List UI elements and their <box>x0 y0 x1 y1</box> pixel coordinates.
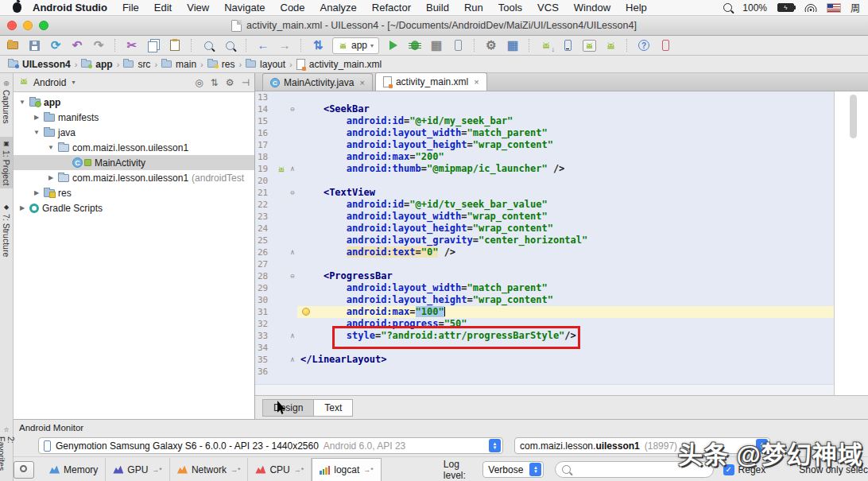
close-window-button[interactable] <box>7 21 17 30</box>
run-configuration-select[interactable]: app▾ <box>332 37 379 54</box>
close-tab-icon[interactable]: × <box>359 78 364 87</box>
scrollbar-thumb[interactable] <box>850 95 857 138</box>
code-line-15[interactable]: 15 android:id="@+id/my_seek_bar" <box>255 115 835 127</box>
sdk-manager-icon[interactable] <box>539 37 553 53</box>
monitor-tab-memory[interactable]: Memory <box>42 458 106 481</box>
undo-icon[interactable]: ↶ <box>70 37 84 53</box>
breadcrumb-item-main[interactable]: main <box>159 59 199 70</box>
tree-expand-icon[interactable]: ▶ <box>47 174 55 181</box>
tree-item-java[interactable]: ▼java <box>14 125 254 140</box>
code-line-13[interactable]: 13 <box>255 91 835 103</box>
editor-horizontal-scrollbar[interactable] <box>255 384 835 395</box>
device-selector-chevrons-icon[interactable]: ▲▼ <box>489 439 501 452</box>
code-line-30[interactable]: 30 android:layout_height="wrap_content" <box>255 294 835 306</box>
tool-button--project[interactable]: ▣1: Project <box>0 137 13 188</box>
monitor-tab-gpu[interactable]: GPU→* <box>106 458 170 481</box>
menu-item-help[interactable]: Help <box>626 2 647 14</box>
paste-icon[interactable] <box>168 37 182 53</box>
back-icon[interactable]: ← <box>256 37 270 53</box>
menu-item-vcs[interactable]: VCS <box>537 2 559 14</box>
code-line-21[interactable]: 21⊖ <TextView <box>255 187 835 199</box>
minimize-window-button[interactable] <box>23 21 33 30</box>
capture-icon[interactable] <box>658 37 672 53</box>
open-in-window-icon[interactable]: →* <box>231 466 241 474</box>
tree-item-res[interactable]: ▶res <box>14 185 254 200</box>
tree-expand-icon[interactable]: ▶ <box>33 114 41 121</box>
zoom-icon[interactable] <box>201 37 215 53</box>
editor-mode-tab-design[interactable]: Design <box>262 399 314 417</box>
process-selector-chevrons-icon[interactable]: ▲▼ <box>756 439 768 452</box>
code-line-28[interactable]: 28⊖ <ProgressBar <box>255 270 835 282</box>
menu-item-edit[interactable]: Edit <box>154 2 172 14</box>
hide-panel-icon[interactable]: ⊣ <box>242 77 250 88</box>
breadcrumb-item-uilesson4[interactable]: UILesson4 <box>6 59 73 70</box>
tool-button-captures[interactable]: ◎Captures <box>0 76 13 127</box>
fold-end-icon[interactable]: ∧ <box>288 163 297 175</box>
editor-mode-tab-text[interactable]: Text <box>314 399 353 417</box>
save-all-icon[interactable] <box>27 37 41 53</box>
close-tab-icon[interactable]: × <box>474 77 479 87</box>
intention-bulb-icon[interactable] <box>302 308 310 316</box>
open-in-window-icon[interactable]: →* <box>294 466 304 474</box>
monitor-tab-logcat[interactable]: logcat→* <box>312 458 382 481</box>
code-line-22[interactable]: 22 android:id="@+id/tv_seek_bar_value" <box>255 199 835 211</box>
fold-end-icon[interactable]: ∧ <box>288 330 297 342</box>
process-selector[interactable]: com.maizi.lesson.uilesson1 (18997) ▲▼ <box>514 437 770 454</box>
fold-end-icon[interactable]: ∧ <box>288 246 297 258</box>
open-project-icon[interactable] <box>6 37 20 53</box>
fold-end-icon[interactable]: ∧ <box>288 354 297 366</box>
editor-tab-mainactivity-java[interactable]: CMainActivity.java× <box>262 73 373 91</box>
wifi-icon[interactable] <box>804 4 817 12</box>
menu-item-navigate[interactable]: Navigate <box>224 2 265 14</box>
code-line-35[interactable]: 35∧</LinearLayout> <box>255 354 835 366</box>
menu-item-android-studio[interactable]: Android Studio <box>33 2 107 14</box>
sync-icon[interactable]: ⟳ <box>48 37 63 53</box>
code-line-32[interactable]: 32 android:progress="50" <box>255 318 835 330</box>
tree-expand-icon[interactable]: ▶ <box>18 204 26 211</box>
menu-item-code[interactable]: Code <box>281 2 305 14</box>
breadcrumb-item-src[interactable]: src <box>121 59 153 70</box>
code-editor[interactable]: 1314⊖ <SeekBar15 android:id="@+id/my_see… <box>255 91 835 395</box>
apple-menu-icon[interactable] <box>13 2 21 13</box>
code-line-27[interactable]: 27 <box>255 258 835 270</box>
tree-collapse-icon[interactable]: ▼ <box>47 144 55 151</box>
code-line-20[interactable]: 20 <box>255 175 835 187</box>
gear-icon[interactable]: ⚙ <box>226 77 234 88</box>
debug-icon[interactable] <box>408 37 422 53</box>
regex-checkbox[interactable]: ✓ <box>723 464 734 475</box>
tree-item-manifests[interactable]: ▶manifests <box>14 110 254 125</box>
settings-icon[interactable]: ⚙ <box>484 37 498 53</box>
tree-collapse-icon[interactable]: ▼ <box>18 99 26 106</box>
chevron-down-icon[interactable]: ▾ <box>72 79 75 86</box>
menu-item-refactor[interactable]: Refactor <box>372 2 411 14</box>
attach-debugger-icon[interactable] <box>451 37 465 53</box>
breadcrumb-item-res[interactable]: res <box>205 59 238 70</box>
menu-item-window[interactable]: Window <box>574 2 610 14</box>
code-line-17[interactable]: 17 android:layout_height="wrap_content" <box>255 139 835 151</box>
forward-icon[interactable]: → <box>277 37 292 53</box>
project-view-mode[interactable]: Android <box>33 77 66 88</box>
menu-item-tools[interactable]: Tools <box>498 2 522 14</box>
sync-gradle-icon[interactable]: ⇅ <box>311 37 325 53</box>
code-line-23[interactable]: 23 android:layout_width="wrap_content" <box>255 211 835 223</box>
code-line-29[interactable]: 29 android:layout_width="match_parent" <box>255 282 835 294</box>
code-line-19[interactable]: 19∧ android:thumb="@mipmap/ic_launcher" … <box>255 163 835 175</box>
spotlight-search-icon[interactable] <box>723 3 732 12</box>
copy-icon[interactable] <box>146 37 161 53</box>
menu-item-build[interactable]: Build <box>426 2 449 14</box>
android-monitor-title[interactable]: Android Monitor <box>0 420 868 435</box>
code-line-34[interactable]: 34 <box>255 342 835 354</box>
code-line-36[interactable]: 36 <box>255 366 835 378</box>
code-line-25[interactable]: 25 android:layout_gravity="center_horizo… <box>255 235 835 246</box>
open-in-window-icon[interactable]: →* <box>152 466 162 474</box>
android-icon[interactable] <box>603 37 618 53</box>
input-language-flag-icon[interactable] <box>827 4 840 12</box>
code-line-14[interactable]: 14⊖ <SeekBar <box>255 103 835 115</box>
screen-capture-icon[interactable] <box>14 461 34 479</box>
code-line-33[interactable]: 33∧ style="?android:attr/progressBarStyl… <box>255 330 835 342</box>
tree-expand-icon[interactable]: ▶ <box>33 189 41 196</box>
tree-item-mainactivity[interactable]: CMainActivity <box>14 155 254 170</box>
tree-item-com-maizi-lesson-uilesson1[interactable]: ▼com.maizi.lesson.uilesson1 <box>14 140 254 155</box>
fold-open-icon[interactable]: ⊖ <box>288 270 297 282</box>
run-icon[interactable] <box>386 37 401 53</box>
